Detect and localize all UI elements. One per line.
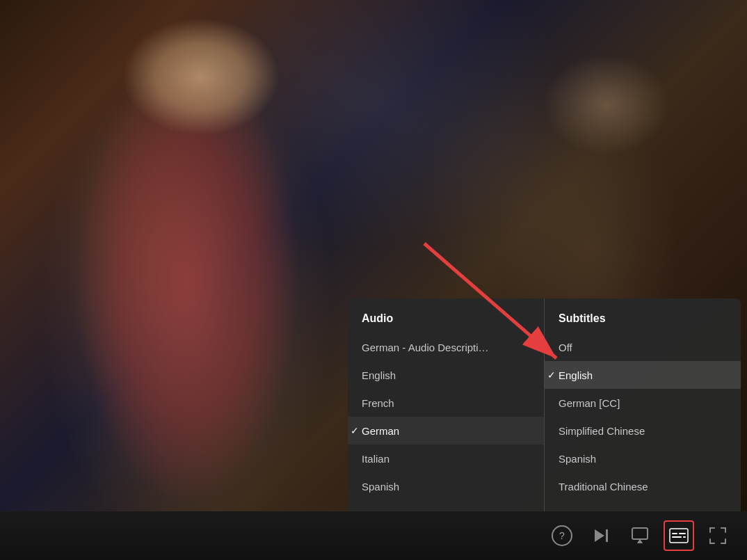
subtitles-item-german-cc[interactable]: German [CC] — [545, 389, 741, 417]
av-selection-dropdown: Audio German - Audio Descripti… English … — [348, 298, 741, 511]
audio-item-spanish[interactable]: Spanish — [348, 472, 544, 500]
audio-item-english[interactable]: English — [348, 361, 544, 389]
audio-item-label: French — [362, 397, 394, 409]
help-icon: ? — [552, 525, 572, 546]
subtitles-item-spanish[interactable]: Spanish — [545, 445, 741, 472]
skip-icon — [592, 527, 610, 545]
audio-item-label: German — [362, 425, 399, 437]
audio-item-label: German - Audio Descripti… — [362, 342, 489, 353]
svg-rect-10 — [683, 536, 686, 538]
airplay-button[interactable] — [625, 520, 655, 551]
subtitles-header: Subtitles — [545, 310, 741, 333]
subtitles-item-label: Simplified Chinese — [559, 425, 645, 437]
subtitles-item-simplified-chinese[interactable]: Simplified Chinese — [545, 417, 741, 445]
svg-rect-9 — [672, 536, 682, 538]
subtitles-item-off[interactable]: Off — [545, 333, 741, 361]
subtitles-item-label: German [CC] — [559, 397, 620, 409]
svg-marker-2 — [595, 529, 604, 542]
audio-item-label: Spanish — [362, 481, 399, 493]
selected-checkmark: ✓ — [547, 369, 556, 381]
subtitles-column: Subtitles Off ✓ English German [CC] Simp… — [545, 298, 741, 511]
svg-rect-8 — [679, 533, 686, 534]
svg-rect-7 — [672, 533, 677, 534]
audio-column: Audio German - Audio Descripti… English … — [348, 298, 545, 511]
audio-item-label: Italian — [362, 453, 389, 465]
girl-figure — [0, 0, 348, 511]
subtitles-icon — [669, 528, 689, 543]
audio-item-label: English — [362, 369, 396, 381]
subtitles-item-traditional-chinese[interactable]: Traditional Chinese — [545, 472, 741, 500]
fullscreen-icon — [709, 527, 727, 545]
skip-button[interactable] — [586, 520, 616, 551]
audio-item-italian[interactable]: Italian — [348, 445, 544, 472]
audio-item-german-ad[interactable]: German - Audio Descripti… — [348, 333, 544, 361]
subtitles-button[interactable] — [664, 520, 694, 551]
svg-rect-3 — [606, 529, 608, 542]
selected-checkmark: ✓ — [351, 425, 359, 436]
svg-rect-4 — [632, 528, 648, 539]
subtitles-item-label: Spanish — [559, 453, 596, 465]
svg-rect-6 — [670, 529, 688, 543]
subtitles-item-label: Traditional Chinese — [559, 481, 648, 493]
subtitles-item-english[interactable]: ✓ English — [545, 361, 741, 389]
subtitles-item-label: English — [559, 369, 593, 381]
control-bar: ? — [0, 511, 747, 560]
subtitles-item-label: Off — [559, 342, 572, 353]
airplay-icon — [631, 527, 649, 545]
fullscreen-button[interactable] — [702, 520, 733, 551]
audio-header: Audio — [348, 310, 544, 333]
help-button[interactable]: ? — [547, 520, 577, 551]
audio-item-french[interactable]: French — [348, 389, 544, 417]
audio-item-german[interactable]: ✓ German — [348, 417, 544, 445]
